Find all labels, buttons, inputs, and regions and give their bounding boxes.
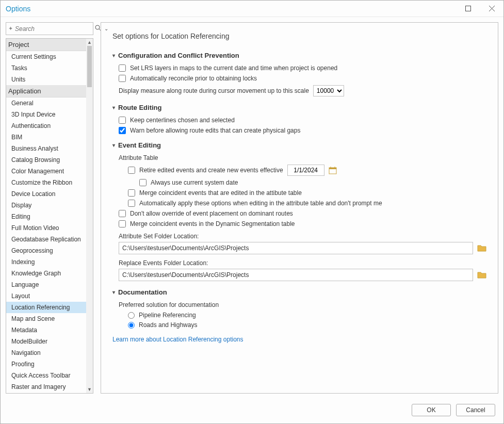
label-roads: Roads and Highways (139, 321, 197, 329)
browse-attr-set-button[interactable] (477, 244, 486, 252)
opt-keep-centerlines[interactable]: Keep centerlines chosen and selected (119, 117, 486, 124)
radio-pipeline-input[interactable] (128, 312, 135, 319)
browse-replace-button[interactable] (477, 271, 486, 279)
nav-item[interactable]: Map and Scene (6, 313, 86, 324)
doc-radio-group: Pipeline Referencing Roads and Highways (128, 312, 486, 329)
opt-set-lrs[interactable]: Set LRS layers in maps to the current da… (119, 64, 486, 72)
search-input[interactable] (15, 25, 93, 32)
section-route-title: Route Editing (118, 104, 162, 111)
nav-item[interactable]: Customize the Ribbon (6, 177, 86, 188)
label-auto-reconcile: Automatically reconcile prior to obtaini… (130, 75, 257, 82)
ok-button[interactable]: OK (412, 404, 451, 416)
nav-item[interactable]: Color Management (6, 166, 86, 177)
nav-item[interactable]: BIM (6, 132, 86, 143)
nav-group-project[interactable]: Project (6, 39, 86, 51)
checkbox-warn-gaps[interactable] (119, 127, 126, 134)
nav-item[interactable]: Business Analyst (6, 143, 86, 154)
content-panel: Set options for Location Referencing ▾ C… (101, 22, 498, 394)
search-box[interactable]: ✦ ⌄ (6, 22, 93, 35)
nav-item[interactable]: Device Location (6, 188, 86, 200)
checkbox-merge-dyn[interactable] (119, 220, 126, 227)
checkbox-auto-apply[interactable] (128, 200, 135, 207)
section-doc-title: Documentation (118, 288, 167, 296)
nav-group-application[interactable]: Application (6, 85, 86, 97)
learn-more-link[interactable]: Learn more about Location Referencing op… (112, 336, 486, 343)
nav-item[interactable]: Metadata (6, 324, 86, 336)
label-merge-attr: Merge coincident events that are edited … (139, 189, 302, 197)
scroll-thumb[interactable] (87, 46, 92, 87)
checkbox-retire[interactable] (128, 167, 135, 174)
nav-item[interactable]: Layout (6, 290, 86, 302)
checkbox-set-lrs[interactable] (119, 64, 126, 72)
titlebar: Options (1, 1, 503, 17)
label-merge-dyn: Merge coincident events in the Dynamic S… (130, 220, 295, 227)
section-config-header[interactable]: ▾ Configuration and Conflict Prevention (112, 52, 486, 59)
section-event-header[interactable]: ▾ Event Editing (112, 141, 486, 149)
nav-item[interactable]: Tasks (6, 62, 86, 74)
nav-item[interactable]: Navigation (6, 347, 86, 358)
opt-display-measure: Display measure along route during curso… (119, 85, 486, 96)
nav-item[interactable]: Authentication (6, 120, 86, 132)
svg-point-3 (95, 25, 100, 29)
nav-item[interactable]: Raster and Imagery (6, 381, 86, 393)
radio-roads[interactable]: Roads and Highways (128, 321, 486, 329)
checkbox-always-current[interactable] (139, 179, 147, 186)
footer: OK Cancel (1, 399, 503, 423)
opt-merge-dyn[interactable]: Merge coincident events in the Dynamic S… (119, 220, 486, 227)
opt-auto-apply[interactable]: Automatically apply these options when e… (128, 200, 486, 207)
nav-item[interactable]: Geoprocessing (6, 245, 86, 256)
checkbox-auto-reconcile[interactable] (119, 75, 126, 82)
nav-item[interactable]: ModelBuilder (6, 336, 86, 347)
maximize-button[interactable] (456, 1, 480, 17)
checkbox-dont-override[interactable] (119, 210, 126, 217)
opt-auto-reconcile[interactable]: Automatically reconcile prior to obtaini… (119, 75, 486, 82)
nav-item[interactable]: General (6, 97, 86, 109)
radio-pipeline[interactable]: Pipeline Referencing (128, 312, 486, 319)
opt-warn-gaps[interactable]: Warn before allowing route edits that ca… (119, 127, 486, 134)
nav-item[interactable]: Display (6, 200, 86, 211)
nav-item[interactable]: Quick Access Toolbar (6, 370, 86, 381)
label-set-lrs: Set LRS layers in maps to the current da… (130, 64, 337, 72)
scroll-up-icon[interactable]: ▲ (86, 39, 93, 46)
attr-set-path-input[interactable] (119, 242, 473, 254)
calendar-icon[interactable] (329, 166, 337, 174)
nav-item[interactable]: Language (6, 279, 86, 290)
opt-merge-attr[interactable]: Merge coincident events that are edited … (128, 189, 486, 197)
scale-select[interactable]: 10000 (313, 85, 344, 96)
nav-item[interactable]: Full Motion Video (6, 222, 86, 234)
opt-retire[interactable]: Retire edited events and create new even… (128, 165, 486, 176)
nav-tree: Project Current SettingsTasksUnits Appli… (6, 38, 93, 394)
nav-item[interactable]: Units (6, 74, 86, 85)
close-button[interactable] (480, 1, 503, 17)
label-dont-override: Don't allow override of event placement … (130, 210, 293, 217)
nav-item[interactable]: Current Settings (6, 51, 86, 62)
nav-item[interactable]: Knowledge Graph (6, 268, 86, 279)
label-always-current: Always use current system date (151, 179, 238, 186)
opt-dont-override[interactable]: Don't allow override of event placement … (119, 210, 486, 217)
checkbox-merge-attr[interactable] (128, 189, 135, 197)
nav-item[interactable]: Proofing (6, 358, 86, 370)
radio-roads-input[interactable] (128, 322, 135, 329)
body: ✦ ⌄ Project Current SettingsTasksUnits A… (1, 17, 503, 399)
cancel-button[interactable]: Cancel (456, 404, 495, 416)
scroll-track[interactable] (86, 46, 93, 386)
label-preferred-solution: Preferred solution for documentation (119, 301, 486, 308)
retire-date-input[interactable] (287, 165, 324, 176)
options-window: Options ✦ ⌄ Project Curren (0, 0, 504, 424)
nav-scrollbar[interactable]: ▲ ▼ (86, 39, 93, 393)
opt-always-current[interactable]: Always use current system date (139, 179, 486, 186)
row-replace-path (119, 269, 486, 281)
replace-path-input[interactable] (119, 269, 473, 281)
nav-item[interactable]: 3D Input Device (6, 109, 86, 120)
section-doc-header[interactable]: ▾ Documentation (112, 288, 486, 296)
label-replace-folder: Replace Events Folder Location: (119, 259, 486, 267)
nav-item[interactable]: Location Referencing (6, 302, 86, 313)
checkbox-keep-centerlines[interactable] (119, 117, 126, 124)
label-keep-centerlines: Keep centerlines chosen and selected (130, 117, 235, 124)
section-route-header[interactable]: ▾ Route Editing (112, 104, 486, 111)
nav-item[interactable]: Indexing (6, 256, 86, 268)
nav-item[interactable]: Catalog Browsing (6, 154, 86, 166)
nav-item[interactable]: Geodatabase Replication (6, 234, 86, 245)
scroll-down-icon[interactable]: ▼ (86, 386, 93, 393)
nav-item[interactable]: Editing (6, 211, 86, 222)
